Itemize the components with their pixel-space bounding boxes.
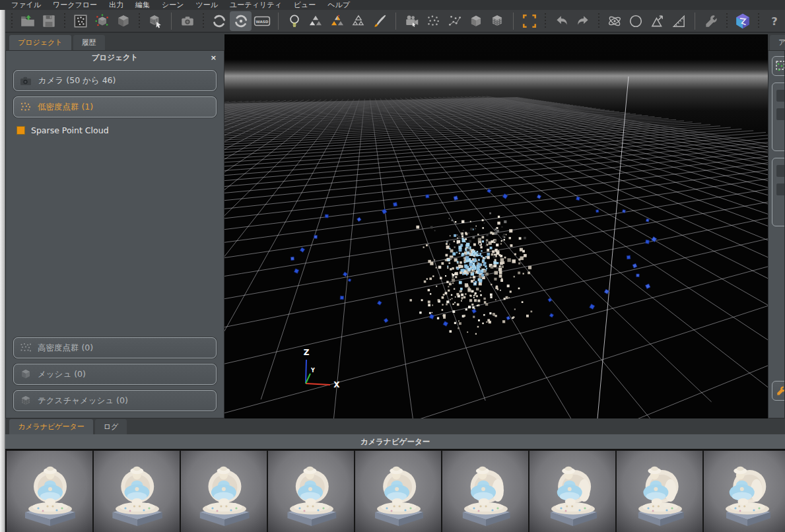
project-item-list: カメラ (50 から 46)低密度点群 (1) — [6, 65, 224, 119]
right-tool-group-1[interactable] — [772, 83, 785, 151]
tool-stub-icon — [776, 108, 785, 120]
textured-mesh-item[interactable]: テクスチャメッシュ (0) — [13, 390, 217, 411]
toolbar-drag-handle[interactable] — [63, 13, 66, 29]
help-button[interactable]: ? — [764, 11, 785, 31]
import-points-icon — [73, 13, 88, 29]
orbit-center-icon — [233, 13, 249, 29]
menu-export[interactable]: 出力 — [103, 0, 129, 10]
item-label: 低密度点群 (1) — [38, 102, 93, 113]
move-gizmo-button[interactable] — [646, 11, 667, 31]
toolbar: WASD? — [0, 10, 785, 33]
item-label: 高密度点群 (0) — [38, 343, 93, 354]
toolbar-drag-handle[interactable] — [726, 13, 728, 29]
measure-button[interactable] — [667, 11, 689, 31]
menu-scene[interactable]: シーン — [156, 0, 190, 10]
camera-thumbnail-3[interactable] — [181, 451, 267, 531]
dense-cloud-button[interactable] — [92, 11, 113, 31]
item-label: メッシュ (0) — [38, 369, 86, 380]
camera-thumbnail-5[interactable] — [355, 451, 441, 531]
mesh-button[interactable] — [113, 11, 134, 31]
project-panel-title: プロジェクト — [92, 53, 139, 62]
camera-thumbnail-7[interactable] — [529, 451, 615, 531]
sparse-point-cloud-leaf[interactable]: Sparse Point Cloud — [17, 125, 213, 135]
right-panel-tab[interactable]: ア — [770, 35, 785, 50]
camera-thumbnail-8[interactable] — [617, 451, 702, 531]
dense-cloud-item[interactable]: 高密度点群 (0) — [13, 337, 217, 358]
camera-thumbnail-1[interactable] — [7, 451, 92, 531]
textured-mesh-button[interactable] — [145, 11, 166, 31]
toolbar-drag-handle[interactable] — [757, 13, 760, 29]
tab-project[interactable]: プロジェクト — [9, 35, 71, 50]
settings-button[interactable] — [700, 11, 722, 31]
tab-camera-navigator[interactable]: カメラナビゲーター — [9, 419, 93, 434]
close-icon[interactable]: × — [211, 51, 217, 65]
orbit-arc-icon — [211, 13, 227, 29]
select-bracket-icon — [522, 13, 537, 29]
light-button[interactable] — [284, 11, 305, 31]
open-project-button[interactable] — [17, 11, 38, 31]
paint-button[interactable] — [369, 11, 390, 31]
color-mode-button[interactable] — [326, 11, 347, 31]
right-panel-sliver: ア — [768, 34, 785, 418]
mesh-item[interactable]: メッシュ (0) — [13, 364, 217, 385]
shaded-mode-button[interactable] — [305, 11, 326, 31]
scene-settings-button[interactable] — [772, 381, 785, 401]
show-links-button[interactable] — [444, 11, 465, 31]
undo-button[interactable] — [551, 11, 572, 31]
camera-thumbnail-6[interactable] — [442, 451, 528, 531]
menu-edit[interactable]: 編集 — [129, 0, 156, 10]
camera-navigator-header: カメラナビゲーター — [5, 434, 785, 449]
sparse-cloud-swatch — [17, 126, 25, 135]
toolbar-drag-handle[interactable] — [597, 13, 600, 29]
cameras-item[interactable]: カメラ (50 から 46) — [13, 70, 217, 91]
redo-button[interactable] — [572, 11, 594, 31]
toolbar-drag-handle[interactable] — [11, 13, 13, 29]
menu-view[interactable]: ビュー — [288, 0, 322, 10]
toolbar-separator — [278, 13, 279, 30]
right-tool-group-2[interactable] — [772, 158, 785, 226]
show-mesh-button[interactable] — [465, 11, 487, 31]
tab-log[interactable]: ログ — [95, 419, 127, 434]
toolbar-drag-handle[interactable] — [544, 13, 547, 29]
show-cameras-button[interactable] — [401, 11, 423, 31]
toolbar-separator — [171, 13, 172, 30]
toolbar-drag-handle[interactable] — [138, 13, 141, 29]
zephyr-logo-button[interactable] — [732, 11, 753, 31]
toolbar-drag-handle[interactable] — [202, 13, 205, 29]
menu-help[interactable]: ヘルプ — [322, 0, 356, 10]
texcube-sm-icon — [20, 395, 32, 407]
menu-tools[interactable]: ツール — [190, 0, 224, 10]
selection-button[interactable] — [519, 11, 540, 31]
wireframe-mode-button[interactable] — [348, 11, 369, 31]
move-triangle-icon — [649, 13, 665, 29]
rotate-gizmo-button[interactable] — [604, 11, 625, 31]
axis-gizmo: ZXY — [264, 343, 350, 406]
orbit-center-button[interactable] — [230, 11, 251, 31]
toolbar-separator — [695, 13, 695, 30]
cube-voxel-icon — [489, 13, 505, 29]
camera-thumbnail-2[interactable] — [94, 451, 180, 531]
camera-thumbnail-9[interactable] — [704, 451, 785, 531]
camera-thumbnail-4[interactable] — [268, 451, 354, 531]
menu-file[interactable]: ファイル — [5, 0, 47, 10]
circle-select-button[interactable] — [625, 11, 646, 31]
menu-utilities[interactable]: ユーティリティ — [224, 0, 288, 10]
save-project-button[interactable] — [38, 11, 59, 31]
menu-workflow[interactable]: ワークフロー — [47, 0, 103, 10]
sparse-cloud-item[interactable]: 低密度点群 (1) — [13, 96, 217, 117]
show-sparse-button[interactable] — [423, 11, 444, 31]
atom-icon — [607, 13, 623, 29]
selection-tool-button[interactable] — [772, 56, 785, 76]
tab-history[interactable]: 履歴 — [73, 35, 105, 50]
left-dock-edge[interactable] — [0, 10, 5, 532]
sparse-cloud-button[interactable] — [70, 11, 91, 31]
svg-text:?: ? — [771, 15, 778, 28]
viewport-3d[interactable]: ZXY — [224, 34, 768, 418]
orbit-button[interactable] — [209, 11, 230, 31]
wasd-mode-button[interactable]: WASD — [252, 11, 273, 31]
screenshot-button[interactable] — [177, 11, 198, 31]
tool-stub-icon — [776, 90, 785, 102]
bulb-icon — [287, 13, 302, 29]
dense-dots-icon — [20, 343, 32, 354]
show-texture-button[interactable] — [487, 11, 508, 31]
